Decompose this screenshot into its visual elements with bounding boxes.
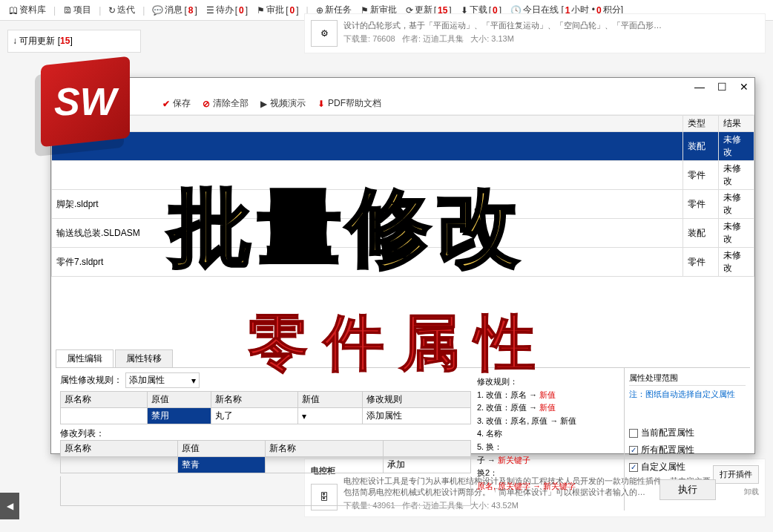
side-collapse-handle[interactable]: ◀ bbox=[0, 493, 19, 519]
tab-edit[interactable]: 属性编辑 bbox=[56, 349, 114, 367]
overlay-title: 批量修改 bbox=[169, 172, 525, 284]
tab-move[interactable]: 属性转移 bbox=[115, 349, 173, 367]
dialog-toolbar: ✔保存 ⊘清除全部 ▶视频演示 ⬇PDF帮助文档 bbox=[51, 96, 754, 115]
dialog-titlebar: — ☐ ✕ bbox=[51, 78, 754, 96]
cb-current-config[interactable]: 当前配置属性 bbox=[629, 427, 746, 439]
menu-library[interactable]: 🕮 资料库 bbox=[6, 2, 49, 18]
cb-all-config[interactable]: ✓所有配置属性 bbox=[629, 444, 746, 456]
col-header-type[interactable]: 类型 bbox=[683, 116, 719, 132]
rules-help: 修改规则： 1. 改值：原名 → 新值 2. 改值：原值 → 新值 3. 改值：… bbox=[471, 372, 619, 506]
minimize-button[interactable]: — bbox=[694, 81, 705, 93]
menu-approval[interactable]: ⚑ 审批[0] bbox=[254, 2, 301, 18]
solidworks-logo: SW bbox=[41, 61, 148, 157]
download-icon: ↓ bbox=[13, 36, 17, 46]
close-button[interactable]: ✕ bbox=[738, 81, 750, 93]
lower-pane: 属性修改规则： 添加属性▾ 原名称原值新名称新值修改规则 禁用丸了▾添加属性 修… bbox=[56, 367, 750, 510]
col-header-status[interactable]: 结果 bbox=[719, 116, 754, 132]
bg-card-cam: ⚙ 设计的凸轮形式，基于「平面运动」、「平面往复运动」、「空间凸轮」、「平面凸形… bbox=[304, 13, 766, 53]
list-label: 修改列表： bbox=[60, 427, 471, 440]
cb-custom-props[interactable]: ✓自定义属性 bbox=[629, 461, 746, 473]
save-button[interactable]: ✔保存 bbox=[162, 97, 191, 110]
save-icon: ✔ bbox=[162, 99, 170, 109]
scope-note: 注：图纸自动选择自定义属性 bbox=[629, 389, 746, 400]
update-box[interactable]: ↓ 可用更新 [15] bbox=[7, 30, 141, 53]
execute-button[interactable]: 执行 bbox=[659, 479, 716, 500]
pdf-icon: ⬇ bbox=[318, 99, 325, 109]
pdf-help-button[interactable]: ⬇PDF帮助文档 bbox=[318, 97, 381, 110]
clear-all-button[interactable]: ⊘清除全部 bbox=[203, 97, 249, 110]
rule-grid[interactable]: 原名称原值新名称新值修改规则 禁用丸了▾添加属性 bbox=[60, 391, 471, 424]
video-button[interactable]: ▶视频演示 bbox=[260, 97, 306, 110]
menu-todo[interactable]: ☰ 待办[0] bbox=[203, 2, 251, 18]
clear-icon: ⊘ bbox=[203, 99, 210, 109]
table-row[interactable]: 装配未修改 bbox=[52, 132, 754, 161]
scope-panel: 属性处理范围 注：图纸自动选择自定义属性 当前配置属性 ✓所有配置属性 ✓自定义… bbox=[624, 368, 750, 510]
menu-messages[interactable]: 💬 消息[8] bbox=[149, 2, 200, 18]
rule-label: 属性修改规则： bbox=[60, 374, 122, 387]
menu-iteration[interactable]: ↻ 迭代 bbox=[105, 2, 138, 18]
rule-select[interactable]: 添加属性▾ bbox=[125, 372, 200, 388]
chevron-down-icon: ▾ bbox=[191, 375, 196, 386]
maximize-button[interactable]: ☐ bbox=[716, 81, 728, 93]
menu-project[interactable]: 🖺 项目 bbox=[60, 2, 94, 18]
gear-icon: ⚙ bbox=[311, 20, 338, 47]
video-icon: ▶ bbox=[260, 99, 267, 109]
scope-title: 属性处理范围 bbox=[629, 372, 746, 386]
changes-grid[interactable]: 原名称原值新名称 整青承加 bbox=[60, 440, 471, 473]
overlay-subtitle: 零件属性 bbox=[248, 303, 550, 384]
